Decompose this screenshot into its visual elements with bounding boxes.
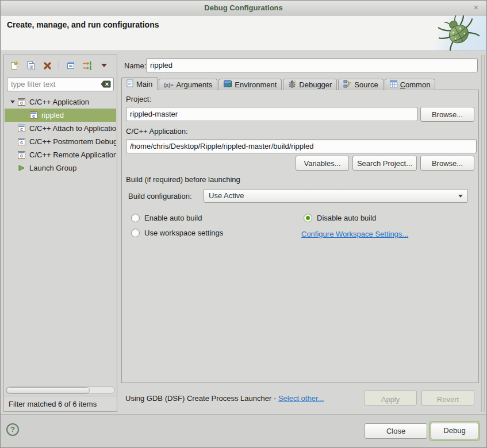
tree-item-label: rippled: [41, 111, 64, 119]
header-title: Create, manage, and run configurations: [7, 20, 159, 29]
svg-text:c: c: [20, 140, 23, 145]
use-workspace-settings-radio[interactable]: Use workspace settings: [131, 229, 223, 237]
svg-text:c: c: [20, 100, 23, 106]
enable-auto-build-radio[interactable]: Enable auto build: [131, 214, 202, 222]
title-bar: Debug Configurations ×: [1, 1, 486, 16]
expander-icon[interactable]: [8, 101, 17, 103]
sidebar-toolbar: [9, 59, 114, 72]
launcher-text: Using GDB (DSF) Create Process Launcher …: [125, 394, 278, 403]
source-tab-icon: [343, 80, 351, 90]
radio-circle[interactable]: [131, 229, 140, 237]
configurations-sidebar: c C/C++ Application c rippled c: [3, 55, 117, 412]
filter-box: [7, 77, 114, 91]
clear-filter-icon[interactable]: [101, 80, 111, 90]
c-application-icon: c: [17, 98, 26, 106]
radio-circle[interactable]: [131, 214, 140, 222]
tab-label: Environment: [235, 80, 277, 89]
tab-environment[interactable]: Environment: [218, 79, 282, 90]
debug-button-focus-ring: Debug: [429, 421, 480, 441]
application-label: C/C++ Application:: [126, 127, 188, 136]
build-configuration-label: Build configuration:: [128, 192, 192, 200]
project-input[interactable]: [126, 107, 418, 121]
debug-button[interactable]: Debug: [431, 423, 478, 439]
window-close-button[interactable]: ×: [471, 3, 481, 12]
dialog-footer: ? Close Debug: [1, 414, 486, 447]
radio-label: Use workspace settings: [144, 229, 223, 237]
tree-item-label: C/C++ Attach to Application: [29, 124, 116, 133]
tree-item-cpp-application[interactable]: c C/C++ Application: [5, 95, 116, 109]
duplicate-configuration-icon[interactable]: [25, 60, 36, 71]
scrollbar-thumb[interactable]: [6, 387, 90, 393]
svg-text:c: c: [20, 153, 23, 159]
revert-button[interactable]: Revert: [421, 390, 474, 405]
tab-source[interactable]: Source: [338, 79, 383, 90]
disable-auto-build-radio[interactable]: Disable auto build: [304, 214, 376, 222]
close-button[interactable]: Close: [365, 423, 427, 439]
select-other-link[interactable]: Select other...: [278, 394, 324, 403]
filter-configurations-icon[interactable]: [82, 60, 93, 71]
variables-button[interactable]: Variables...: [296, 156, 349, 171]
c-application-icon: c: [29, 111, 39, 119]
tree-item-rippled[interactable]: c rippled: [5, 109, 116, 122]
main-tab-icon: [126, 79, 133, 89]
filter-status: Filter matched 6 of 6 items: [4, 396, 117, 411]
radio-circle[interactable]: [304, 214, 312, 222]
tab-arguments[interactable]: (x)= Arguments: [159, 79, 217, 90]
launcher-info: Using GDB (DSF) Create Process Launcher …: [125, 394, 324, 403]
c-application-icon: c: [17, 124, 26, 133]
svg-text:c: c: [20, 126, 23, 132]
search-project-button[interactable]: Search Project...: [352, 156, 417, 171]
radio-label: Disable auto build: [317, 214, 376, 222]
build-configuration-dropdown[interactable]: Use Active: [204, 189, 468, 203]
tree-item-launch-group[interactable]: Launch Group: [5, 161, 116, 175]
apply-button[interactable]: Apply: [364, 390, 417, 405]
debug-configurations-dialog: Debug Configurations × Create, manage, a…: [0, 0, 487, 448]
tab-label: Debugger: [299, 80, 332, 89]
toolbar-menu-icon[interactable]: [98, 60, 109, 71]
radio-label: Enable auto build: [144, 214, 202, 222]
tree-item-cpp-attach[interactable]: c C/C++ Attach to Application: [5, 122, 116, 135]
svg-text:c: c: [32, 113, 35, 119]
launch-group-icon: [17, 164, 26, 172]
delete-configuration-icon[interactable]: [42, 60, 53, 71]
vertical-scrollbar-track[interactable]: [481, 55, 485, 412]
configurations-tree: c C/C++ Application c rippled c: [5, 95, 116, 385]
tab-main[interactable]: Main: [121, 77, 158, 90]
tab-label: Arguments: [176, 80, 212, 89]
toolbar-separator: [59, 61, 59, 70]
filter-input[interactable]: [7, 77, 114, 91]
new-configuration-icon[interactable]: [9, 60, 20, 71]
application-path-input[interactable]: [126, 139, 477, 153]
arguments-tab-icon: (x)=: [164, 82, 173, 88]
build-section-label: Build (if required) before launching: [126, 175, 240, 184]
help-button[interactable]: ?: [6, 423, 19, 436]
build-configuration-value: Use Active: [209, 191, 244, 200]
environment-tab-icon: [224, 80, 232, 89]
tab-label: Common: [400, 80, 431, 89]
tree-item-label: C/C++ Postmortem Debugger: [29, 137, 116, 146]
c-application-icon: c: [17, 137, 26, 146]
tab-debugger[interactable]: Debugger: [283, 79, 337, 90]
name-label: Name:: [124, 61, 146, 70]
project-browse-button[interactable]: Browse...: [420, 107, 474, 122]
tab-common[interactable]: Common: [385, 79, 436, 90]
sidebar-horizontal-scrollbar[interactable]: [6, 387, 115, 394]
debugger-tab-icon: [288, 80, 296, 90]
application-browse-button[interactable]: Browse...: [420, 156, 474, 171]
project-label: Project:: [126, 95, 151, 103]
tab-label: Source: [354, 80, 378, 89]
tree-item-cpp-postmortem[interactable]: c C/C++ Postmortem Debugger: [5, 135, 116, 148]
tree-item-label: C/C++ Remote Application: [29, 150, 116, 159]
tree-item-cpp-remote[interactable]: c C/C++ Remote Application: [5, 148, 116, 161]
collapse-all-icon[interactable]: [65, 60, 76, 71]
chevron-down-icon: [458, 195, 463, 198]
tree-item-label: Launch Group: [29, 164, 76, 172]
configure-workspace-settings-link[interactable]: Configure Workspace Settings...: [301, 230, 408, 238]
name-input[interactable]: [146, 58, 478, 72]
tab-label: Main: [136, 80, 152, 88]
tab-strip: Main (x)= Arguments Environment Debugger: [121, 77, 436, 90]
header-banner: Create, manage, and run configurations: [1, 16, 486, 51]
c-application-icon: c: [17, 150, 26, 159]
tree-item-label: C/C++ Application: [29, 98, 89, 106]
debug-bug-icon: [435, 16, 481, 52]
